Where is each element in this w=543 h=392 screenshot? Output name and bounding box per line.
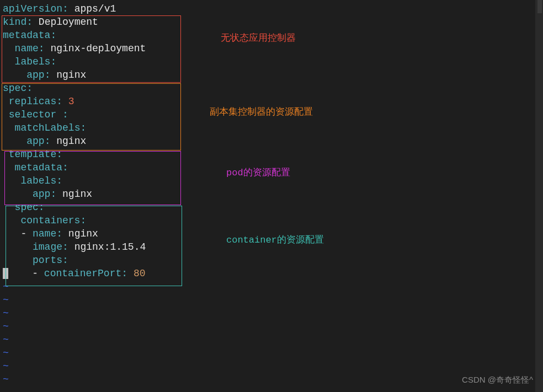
empty-line-tilde: ~	[3, 320, 543, 333]
yaml-line: containers:	[3, 214, 543, 227]
code-editor[interactable]: apiVersion: apps/v1 kind: Deployment met…	[0, 0, 543, 386]
yaml-line: app: nginx	[3, 68, 543, 82]
annotation-label-deployment: 无状态应用控制器	[221, 32, 296, 45]
empty-line-tilde: ~	[3, 359, 543, 373]
empty-line-tilde: ~	[3, 333, 543, 346]
yaml-line: matchLabels:	[3, 121, 543, 135]
yaml-line: kind: Deployment	[3, 15, 543, 29]
annotation-label-replicaset: 副本集控制器的资源配置	[210, 106, 313, 119]
empty-line-tilde: ~	[3, 307, 543, 320]
cursor	[3, 268, 8, 279]
yaml-line: spec:	[3, 82, 543, 95]
empty-line-tilde: ~	[3, 280, 543, 293]
yaml-line: apiVersion: apps/v1	[3, 2, 543, 15]
empty-line-tilde: ~	[3, 293, 543, 307]
yaml-line: app: nginx	[3, 135, 543, 148]
annotation-label-pod: pod的资源配置	[226, 167, 290, 180]
yaml-line: labels:	[3, 55, 543, 68]
annotation-label-container: container的资源配置	[226, 234, 324, 247]
yaml-line: app: nginx	[3, 187, 543, 201]
yaml-line: - containerPort: 80	[3, 267, 543, 280]
vertical-scrollbar[interactable]	[535, 0, 543, 392]
yaml-line: spec:	[3, 201, 543, 214]
yaml-line: ports:	[3, 254, 543, 267]
empty-line-tilde: ~	[3, 346, 543, 359]
watermark-text: CSDN @奇奇怪怪^	[462, 373, 533, 386]
yaml-line: template:	[3, 148, 543, 161]
scrollbar-minimap-indicator	[537, 0, 542, 13]
